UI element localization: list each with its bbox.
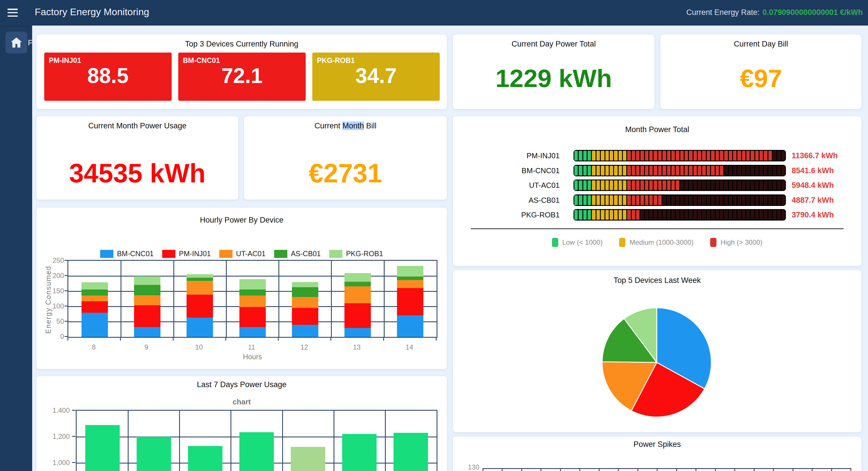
gauge-segment <box>755 166 758 175</box>
gauge-segment <box>724 195 727 205</box>
gauge-segment <box>693 210 697 220</box>
gauge-segment <box>596 210 600 220</box>
gauge-bar <box>574 150 786 161</box>
gauge-segment <box>588 180 591 190</box>
legend-swatch <box>619 238 625 247</box>
legend-label: PKG-ROB1 <box>346 249 383 258</box>
gauge-segment <box>592 151 595 160</box>
bar-segment <box>82 301 108 313</box>
gauge-segment <box>742 195 745 205</box>
gauge-segment <box>702 210 706 220</box>
day-bill-value: €97 <box>660 64 861 93</box>
legend-swatch <box>552 238 558 247</box>
gauge-segment <box>619 210 622 220</box>
gauge-segment <box>645 195 648 205</box>
stacked-bar <box>82 282 108 337</box>
gauge-segment <box>751 195 754 205</box>
gauge-segment <box>614 210 617 220</box>
gauge-segment <box>596 166 600 175</box>
gauge-segment <box>751 151 754 160</box>
gauge-segment <box>755 210 758 220</box>
gauge-segment <box>640 210 644 220</box>
hourly-stacked-bar-plot <box>67 260 437 338</box>
energy-rate-label: Current Energy Rate: <box>686 8 760 17</box>
gauge-value: 11366.7 kWh <box>792 150 838 161</box>
gauge-segment <box>606 151 609 160</box>
card-last7-days: Last 7 Days Power Usage chart 1,4001,200… <box>36 376 447 471</box>
gauge-segment <box>716 151 719 160</box>
y-axis-label: Energy Consumed <box>44 261 53 338</box>
card-top5-last-week: Top 5 Devices Last Week <box>453 270 861 432</box>
gauge-segment <box>729 180 732 190</box>
legend-item: Low (< 1000) <box>552 238 603 247</box>
gauge-segment <box>768 166 772 175</box>
gauge-segment <box>711 210 714 220</box>
gauge-segment <box>623 180 626 190</box>
bar <box>136 437 171 471</box>
gauge-segment <box>636 210 640 220</box>
gauge-row: PKG-ROB13790.4 kWh <box>453 209 861 220</box>
gauge-segment <box>579 166 582 175</box>
gauge-segment <box>575 210 578 220</box>
legend-swatch <box>274 250 287 258</box>
gauge-segment <box>680 180 684 190</box>
gauge-segment <box>737 151 741 160</box>
gauge-bar <box>574 179 786 191</box>
gauge-segment <box>729 210 732 220</box>
chart-title: Top 5 Devices Last Week <box>453 276 861 285</box>
stacked-bar <box>344 273 371 337</box>
gauge-segment <box>729 166 732 175</box>
device-tile-pm-inj01: PM-INJ01 88.5 <box>44 53 172 101</box>
x-tick <box>638 468 639 471</box>
legend-label: Low (< 1000) <box>562 238 603 246</box>
bar-segment <box>82 290 108 296</box>
gauge-device-label: AS-CB01 <box>453 195 560 206</box>
gauge-segment <box>773 151 776 160</box>
home-button[interactable] <box>5 32 27 53</box>
gauge-segment <box>733 180 737 190</box>
gauge-segment <box>588 151 591 160</box>
gauge-segment <box>658 151 662 160</box>
gauge-segment <box>610 210 613 220</box>
gauge-segment <box>658 210 662 220</box>
legend-swatch <box>329 250 342 258</box>
x-tick-label: 13 <box>330 343 383 351</box>
gauge-segment <box>662 166 666 175</box>
gauge-segment <box>755 151 758 160</box>
gauge-segment <box>592 166 595 175</box>
gauge-segment <box>777 166 781 175</box>
gridline-v <box>128 411 129 471</box>
gauge-segment <box>764 195 767 205</box>
gauge-segment <box>733 210 737 220</box>
x-tick-label: 14 <box>383 343 436 351</box>
gauge-segment <box>583 210 587 220</box>
gauge-segment <box>742 210 745 220</box>
gauge-segment <box>711 151 714 160</box>
x-tick-label: 11 <box>225 343 278 351</box>
bar-segment <box>344 328 371 337</box>
y-tick-label: 1,000 <box>44 459 70 467</box>
y-tick <box>72 410 75 411</box>
app-root: Factory Energy Monitoring Current Energy… <box>0 0 868 471</box>
gauge-segment <box>579 151 582 160</box>
gauge-bar <box>574 195 786 206</box>
y-tick <box>65 275 67 276</box>
gauge-segment <box>782 180 785 190</box>
bar-segment <box>187 274 213 278</box>
x-tick <box>502 468 503 471</box>
gauge-segment <box>667 166 671 175</box>
x-tick <box>850 468 851 471</box>
y-tick <box>65 336 67 337</box>
x-tick <box>521 468 522 471</box>
gauge-segment <box>601 166 604 175</box>
x-tick <box>657 468 658 471</box>
menu-icon[interactable] <box>7 7 19 18</box>
card-top3-devices: Top 3 Devices Currently Running PM-INJ01… <box>36 34 447 109</box>
bar <box>291 447 325 471</box>
divider <box>471 228 844 229</box>
gauge-segment <box>614 180 617 190</box>
gauge-segment <box>649 166 653 175</box>
gauge-segment <box>777 210 781 220</box>
gauge-segment <box>640 180 644 190</box>
stacked-bar <box>397 266 423 337</box>
